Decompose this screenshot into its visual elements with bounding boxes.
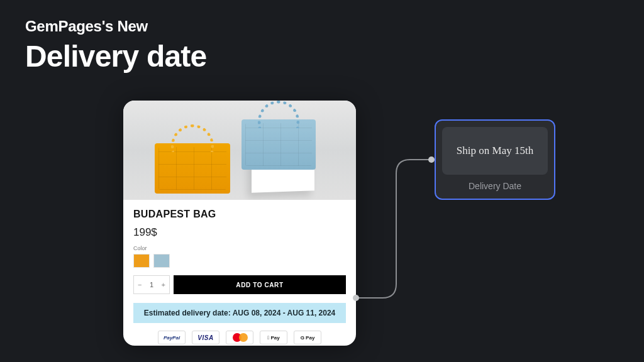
google-pay-icon: G Pay bbox=[294, 331, 321, 344]
widget-message: Ship on May 15th bbox=[442, 127, 548, 175]
page-kicker: GemPages's New bbox=[25, 18, 206, 35]
quantity-minus-icon[interactable]: − bbox=[138, 281, 142, 288]
svg-point-1 bbox=[428, 156, 435, 163]
product-price: 199$ bbox=[133, 226, 346, 239]
color-label: Color bbox=[133, 245, 346, 251]
visa-icon: VISA bbox=[192, 331, 219, 344]
delivery-date-widget[interactable]: Ship on May 15th Delivery Date bbox=[435, 119, 555, 200]
quantity-stepper[interactable]: − 1 + bbox=[133, 275, 170, 294]
color-swatches bbox=[133, 254, 346, 268]
paypal-icon: PayPal bbox=[158, 331, 186, 344]
product-title: BUDAPEST BAG bbox=[133, 209, 346, 220]
bag-yellow-illustration bbox=[155, 143, 230, 194]
product-image bbox=[123, 101, 356, 200]
quantity-plus-icon[interactable]: + bbox=[162, 281, 165, 288]
payment-badges: PayPal VISA  Pay G Pay bbox=[133, 331, 346, 344]
swatch-orange[interactable] bbox=[133, 254, 150, 268]
swatch-lightblue[interactable] bbox=[153, 254, 170, 268]
delivery-date-banner: Estimated delivery date: AUG 08, 2024 - … bbox=[133, 303, 346, 323]
page-title: Delivery date bbox=[25, 39, 206, 74]
mastercard-icon bbox=[226, 331, 253, 344]
add-to-cart-button[interactable]: ADD TO CART bbox=[174, 275, 346, 294]
bag-blue-illustration bbox=[242, 119, 316, 170]
product-card: BUDAPEST BAG 199$ Color − 1 + ADD TO CAR… bbox=[123, 101, 356, 346]
apple-pay-icon:  Pay bbox=[260, 331, 287, 344]
quantity-value: 1 bbox=[150, 281, 153, 288]
widget-label: Delivery Date bbox=[442, 175, 548, 192]
